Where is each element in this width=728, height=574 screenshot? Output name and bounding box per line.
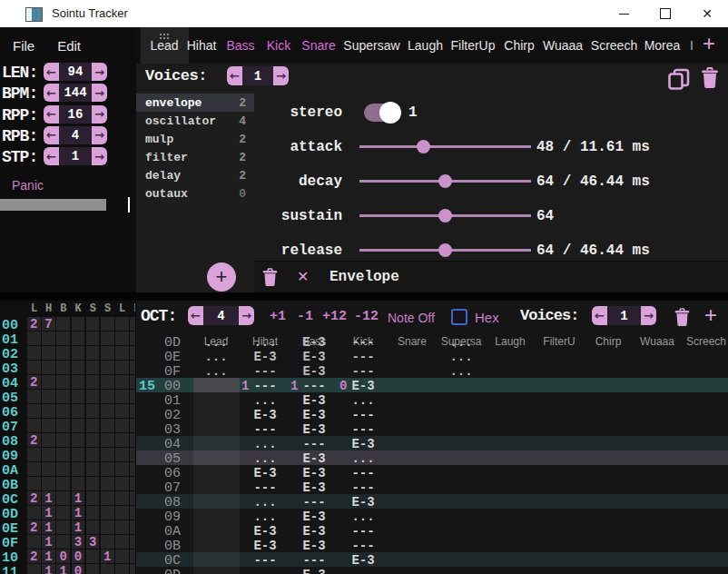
order-cell[interactable] <box>72 317 85 331</box>
order-cell[interactable] <box>42 419 55 432</box>
order-cell[interactable] <box>56 317 70 331</box>
note-cell[interactable]: E-3 <box>290 422 339 437</box>
note-cell[interactable]: ... <box>241 335 290 350</box>
order-cell[interactable] <box>86 491 100 505</box>
stepper-value[interactable]: 1 <box>242 66 273 85</box>
order-cell[interactable] <box>115 404 129 418</box>
order-cell[interactable] <box>86 419 100 432</box>
note-cell[interactable]: E-3 <box>290 510 339 524</box>
title-bar[interactable]: Sointu Tracker ✕ <box>0 0 728 27</box>
note-cell[interactable]: ... <box>241 510 290 524</box>
order-cell[interactable] <box>56 346 70 360</box>
order-cell[interactable] <box>42 390 55 403</box>
decrement-arrow[interactable]: ← <box>44 63 59 81</box>
order-cell[interactable] <box>86 564 100 574</box>
note-cell[interactable]: E-3 <box>290 408 339 422</box>
order-cell[interactable]: 1 <box>42 564 55 574</box>
note-cell[interactable]: E-3 <box>241 350 290 364</box>
order-cell[interactable] <box>130 448 135 461</box>
order-cell[interactable] <box>72 419 85 432</box>
note-cell[interactable]: ... <box>241 393 290 408</box>
note-cell[interactable]: --- <box>339 422 388 437</box>
maximize-button[interactable] <box>644 0 686 27</box>
note-cell[interactable]: --- <box>241 480 290 495</box>
order-cell[interactable] <box>115 390 129 403</box>
add-unit-button[interactable]: + <box>207 262 236 292</box>
order-cell[interactable] <box>115 361 129 374</box>
note-off-button[interactable]: Note Off <box>388 311 435 325</box>
order-cell[interactable] <box>130 564 135 574</box>
order-cell[interactable] <box>27 462 41 476</box>
note-cell[interactable]: E-3 <box>241 524 290 539</box>
order-cell[interactable] <box>115 477 129 490</box>
order-cell[interactable]: 3 <box>86 535 100 549</box>
order-cell[interactable] <box>101 462 114 476</box>
order-cell[interactable] <box>130 317 135 331</box>
slider-handle[interactable] <box>438 243 452 257</box>
stepper-value[interactable]: 144 <box>59 84 92 102</box>
order-cell[interactable] <box>56 375 70 389</box>
copy-instrument-button[interactable] <box>667 68 691 91</box>
delete-unit-button[interactable] <box>261 268 279 287</box>
stereo-toggle[interactable] <box>364 104 398 122</box>
order-cell[interactable]: 2 <box>27 433 41 447</box>
order-cell[interactable] <box>86 549 100 563</box>
order-cell[interactable] <box>86 506 100 520</box>
order-cell[interactable] <box>56 361 70 374</box>
note-cell[interactable]: ... <box>192 364 241 379</box>
order-cell[interactable] <box>101 404 114 418</box>
decrement-arrow[interactable]: ← <box>592 306 607 325</box>
decrement-arrow[interactable]: ← <box>44 84 59 102</box>
tab-hihat[interactable]: Hihat <box>187 27 217 64</box>
note-cell[interactable]: E-3 <box>241 539 290 553</box>
order-cell[interactable] <box>56 390 70 403</box>
tab-bass[interactable]: Bass <box>226 27 254 64</box>
order-cell[interactable] <box>86 462 100 476</box>
order-cell[interactable] <box>101 433 114 447</box>
order-cell[interactable] <box>101 361 114 374</box>
note-cell[interactable]: ... <box>192 350 241 364</box>
tab-lead[interactable]: Lead <box>150 27 178 64</box>
order-cell[interactable]: 0 <box>56 549 70 563</box>
order-cell[interactable] <box>56 462 70 476</box>
order-cell[interactable] <box>86 520 100 534</box>
order-cell[interactable] <box>86 346 100 360</box>
stepper-value[interactable]: 94 <box>59 63 92 81</box>
order-cell[interactable]: 1 <box>42 491 55 505</box>
order-cell[interactable] <box>56 332 70 345</box>
note-cell[interactable]: ... <box>437 335 486 350</box>
note-cell[interactable]: --- <box>241 364 290 379</box>
order-cell[interactable] <box>27 404 41 418</box>
order-cell[interactable] <box>101 346 114 360</box>
unit-row-envelope[interactable]: envelope2 <box>136 94 254 112</box>
order-cell[interactable] <box>130 520 135 534</box>
param-slider[interactable] <box>359 145 531 148</box>
order-cell[interactable]: 1 <box>42 506 55 520</box>
order-cell[interactable] <box>56 404 70 418</box>
order-cell[interactable] <box>56 520 70 534</box>
note-cell[interactable]: ... <box>339 510 388 524</box>
order-cell[interactable] <box>42 361 55 374</box>
order-cell[interactable] <box>27 390 41 403</box>
tab-supersaw[interactable]: Supersaw <box>343 27 399 64</box>
note-cell[interactable]: ... <box>192 335 241 350</box>
order-cell[interactable] <box>72 477 85 490</box>
order-cell[interactable] <box>72 462 85 476</box>
order-cell[interactable] <box>130 433 135 447</box>
param-slider[interactable] <box>359 249 531 252</box>
order-cell[interactable] <box>27 346 41 360</box>
order-cell[interactable] <box>115 491 129 505</box>
increment-arrow[interactable]: → <box>273 66 289 85</box>
note-cursor-cell[interactable] <box>193 378 240 392</box>
increment-arrow[interactable]: → <box>92 84 107 102</box>
order-cell[interactable] <box>130 390 135 403</box>
order-cell[interactable] <box>115 375 129 389</box>
order-cell[interactable]: 2 <box>27 549 41 563</box>
stepper-value[interactable]: 4 <box>59 126 92 144</box>
tab-laugh[interactable]: Laugh <box>408 27 443 64</box>
note-cell[interactable]: ... <box>437 350 486 364</box>
note-cell[interactable]: E-3 <box>339 495 388 510</box>
order-cell[interactable] <box>72 390 85 403</box>
order-cell[interactable] <box>42 462 55 476</box>
order-cell[interactable] <box>101 375 114 389</box>
